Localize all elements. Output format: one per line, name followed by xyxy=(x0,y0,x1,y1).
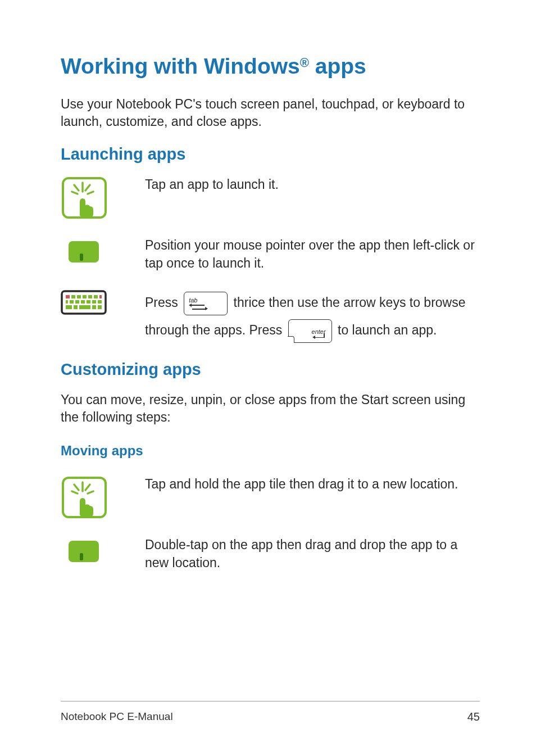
svg-rect-27 xyxy=(80,553,83,560)
svg-rect-8 xyxy=(88,295,92,298)
launching-touch-row: Tap an app to launch it. xyxy=(61,176,480,220)
launching-apps-heading: Launching apps xyxy=(61,145,480,164)
enter-key-icon: enter xyxy=(288,319,332,343)
svg-rect-23 xyxy=(66,295,70,298)
touchpad-icon xyxy=(67,540,100,563)
svg-rect-19 xyxy=(74,305,78,309)
svg-rect-12 xyxy=(70,300,74,304)
page-footer: Notebook PC E-Manual 45 xyxy=(61,701,480,723)
touch-screen-icon xyxy=(61,176,108,220)
touchpad-icon xyxy=(67,240,100,264)
moving-touch-row: Tap and hold the app tile then drag it t… xyxy=(61,476,480,519)
launching-keyboard-text: Press tab thrice then use the arrow keys… xyxy=(145,289,480,343)
moving-apps-heading: Moving apps xyxy=(61,443,480,459)
svg-rect-5 xyxy=(71,295,75,298)
page-title: Working with Windows® apps xyxy=(61,53,480,80)
keyboard-icon xyxy=(61,290,107,315)
page-number: 45 xyxy=(467,710,480,723)
intro-text: Use your Notebook PC's touch screen pane… xyxy=(61,96,480,130)
svg-rect-2 xyxy=(80,253,83,261)
tab-key-icon: tab xyxy=(184,292,228,315)
svg-rect-13 xyxy=(75,300,79,304)
svg-rect-16 xyxy=(92,300,96,304)
svg-rect-1 xyxy=(69,241,99,262)
svg-rect-9 xyxy=(94,295,98,298)
moving-touchpad-row: Double-tap on the app then drag and drop… xyxy=(61,536,480,572)
svg-rect-21 xyxy=(92,305,96,309)
launching-touch-text: Tap an app to launch it. xyxy=(145,176,480,194)
customizing-intro-text: You can move, resize, unpin, or close ap… xyxy=(61,391,480,426)
title-post: apps xyxy=(309,54,366,78)
title-reg: ® xyxy=(300,56,309,70)
moving-touch-text: Tap and hold the app tile then drag it t… xyxy=(145,476,480,494)
kbd-post: to launch an app. xyxy=(334,323,437,337)
moving-touchpad-text: Double-tap on the app then drag and drop… xyxy=(145,536,480,572)
svg-rect-7 xyxy=(83,295,87,298)
kbd-pre: Press xyxy=(145,295,181,310)
touch-screen-icon xyxy=(61,476,108,519)
svg-rect-14 xyxy=(81,300,85,304)
svg-rect-18 xyxy=(66,305,72,309)
launching-keyboard-row: Press tab thrice then use the arrow keys… xyxy=(61,289,480,343)
svg-rect-26 xyxy=(69,541,99,562)
launching-touchpad-row: Position your mouse pointer over the app… xyxy=(61,237,480,272)
svg-rect-15 xyxy=(87,300,90,304)
svg-rect-22 xyxy=(98,305,102,309)
svg-rect-11 xyxy=(66,300,68,304)
svg-rect-17 xyxy=(98,300,102,304)
svg-rect-20 xyxy=(79,305,90,309)
launching-touchpad-text: Position your mouse pointer over the app… xyxy=(145,237,480,272)
title-pre: Working with Windows xyxy=(61,54,300,78)
customizing-apps-heading: Customizing apps xyxy=(61,360,480,379)
svg-rect-24 xyxy=(99,295,102,298)
svg-rect-6 xyxy=(77,295,81,298)
footer-label: Notebook PC E-Manual xyxy=(61,710,173,723)
